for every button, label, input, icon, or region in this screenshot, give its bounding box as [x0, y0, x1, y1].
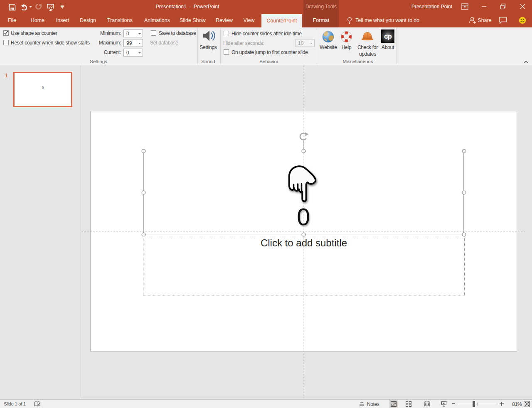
svg-text:cp: cp: [384, 32, 392, 40]
